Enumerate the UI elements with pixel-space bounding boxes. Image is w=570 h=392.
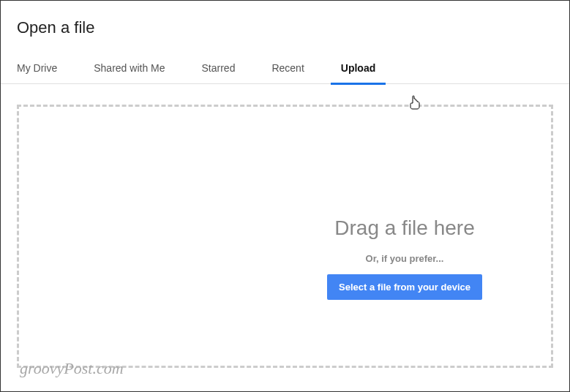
tab-my-drive[interactable]: My Drive xyxy=(17,62,57,84)
tab-shared-with-me[interactable]: Shared with Me xyxy=(94,62,165,84)
select-file-button[interactable]: Select a file from your device xyxy=(327,274,482,300)
tab-recent[interactable]: Recent xyxy=(271,62,304,84)
drag-heading: Drag a file here xyxy=(310,216,500,240)
drag-subtext: Or, if you prefer... xyxy=(310,253,500,264)
tab-upload[interactable]: Upload xyxy=(341,62,375,84)
dialog-title: Open a file xyxy=(1,1,569,37)
drop-content: Drag a file here Or, if you prefer... Se… xyxy=(310,216,500,300)
dialog-frame: Open a file My Drive Shared with Me Star… xyxy=(0,0,570,392)
watermark-text: groovyPost.com xyxy=(20,359,124,378)
tab-list: My Drive Shared with Me Starred Recent U… xyxy=(1,37,569,84)
upload-dropzone[interactable]: Drag a file here Or, if you prefer... Se… xyxy=(17,105,553,368)
dropzone-container: Drag a file here Or, if you prefer... Se… xyxy=(1,84,569,368)
tab-starred[interactable]: Starred xyxy=(202,62,236,84)
